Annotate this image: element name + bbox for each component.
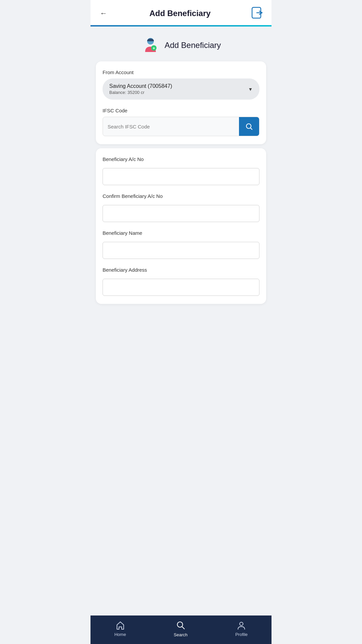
beneficiary-name-field: Beneficiary Name bbox=[103, 230, 259, 259]
ifsc-search-button[interactable] bbox=[239, 117, 259, 136]
from-account-field: From Account Saving Account (7005847) Ba… bbox=[103, 69, 259, 100]
svg-line-6 bbox=[251, 128, 252, 130]
back-button[interactable]: ← bbox=[99, 8, 109, 19]
avatar: + bbox=[141, 36, 160, 55]
page-title: Add Beneficiary bbox=[149, 9, 211, 18]
account-dropdown[interactable]: Saving Account (7005847) Balance: 35200 … bbox=[103, 78, 259, 100]
beneficiary-ac-no-input[interactable] bbox=[103, 168, 259, 185]
beneficiary-form-card: Beneficiary A/c No Confirm Beneficiary A… bbox=[96, 148, 266, 304]
chevron-down-icon: ▼ bbox=[248, 87, 253, 92]
account-balance: Balance: 35200 cr bbox=[109, 90, 144, 95]
home-icon bbox=[116, 621, 125, 630]
beneficiary-address-field: Beneficiary Address bbox=[103, 267, 259, 296]
ifsc-label: IFSC Code bbox=[103, 108, 259, 113]
nav-search[interactable]: Search bbox=[174, 620, 187, 637]
logout-button[interactable] bbox=[251, 7, 263, 20]
beneficiary-address-input[interactable] bbox=[103, 279, 259, 296]
confirm-beneficiary-ac-no-field: Confirm Beneficiary A/c No bbox=[103, 193, 259, 222]
beneficiary-address-label: Beneficiary Address bbox=[103, 267, 259, 273]
from-account-label: From Account bbox=[103, 69, 259, 75]
logout-icon bbox=[251, 7, 263, 19]
beneficiary-name-label: Beneficiary Name bbox=[103, 230, 259, 236]
beneficiary-name-input[interactable] bbox=[103, 242, 259, 259]
svg-text:+: + bbox=[153, 46, 155, 51]
page-subtitle-area: + Add Beneficiary bbox=[90, 26, 272, 61]
confirm-beneficiary-ac-no-input[interactable] bbox=[103, 205, 259, 222]
bottom-spacer bbox=[90, 308, 272, 338]
account-name: Saving Account (7005847) bbox=[109, 83, 172, 89]
page-subtitle-text: Add Beneficiary bbox=[165, 41, 221, 50]
nav-home-label: Home bbox=[114, 632, 126, 637]
ifsc-section: IFSC Code bbox=[103, 108, 259, 136]
nav-profile[interactable]: Profile bbox=[235, 621, 248, 637]
header: ← Add Beneficiary bbox=[90, 0, 272, 25]
profile-icon bbox=[237, 621, 246, 630]
search-icon bbox=[245, 122, 253, 130]
nav-search-label: Search bbox=[174, 632, 187, 637]
ifsc-input[interactable] bbox=[103, 118, 236, 135]
from-account-card: From Account Saving Account (7005847) Ba… bbox=[96, 61, 266, 144]
nav-home[interactable]: Home bbox=[114, 621, 126, 637]
beneficiary-ac-no-field: Beneficiary A/c No bbox=[103, 156, 259, 185]
bottom-nav: Home Search Profile bbox=[90, 615, 272, 644]
account-info: Saving Account (7005847) Balance: 35200 … bbox=[109, 83, 172, 95]
ifsc-input-row bbox=[103, 117, 259, 136]
nav-profile-label: Profile bbox=[235, 632, 248, 637]
svg-point-9 bbox=[240, 622, 243, 626]
beneficiary-ac-no-label: Beneficiary A/c No bbox=[103, 156, 259, 162]
search-nav-icon bbox=[176, 620, 186, 630]
svg-line-8 bbox=[182, 627, 184, 629]
add-beneficiary-icon: + bbox=[141, 36, 160, 55]
confirm-beneficiary-ac-no-label: Confirm Beneficiary A/c No bbox=[103, 193, 259, 199]
